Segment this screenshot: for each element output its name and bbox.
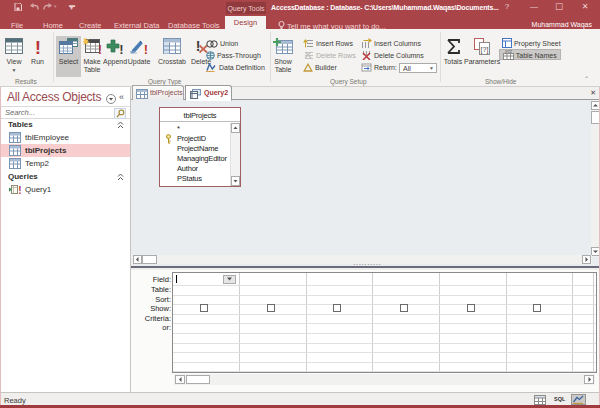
svg-text:[?]: [?] — [481, 46, 489, 54]
svg-text:!: ! — [119, 42, 123, 56]
svg-text:XYZ: XYZ — [505, 50, 513, 54]
svg-text:!: ! — [18, 185, 21, 195]
svg-text:!: ! — [34, 38, 40, 55]
svg-text:!: ! — [144, 42, 148, 56]
svg-text:!: ! — [98, 43, 102, 56]
